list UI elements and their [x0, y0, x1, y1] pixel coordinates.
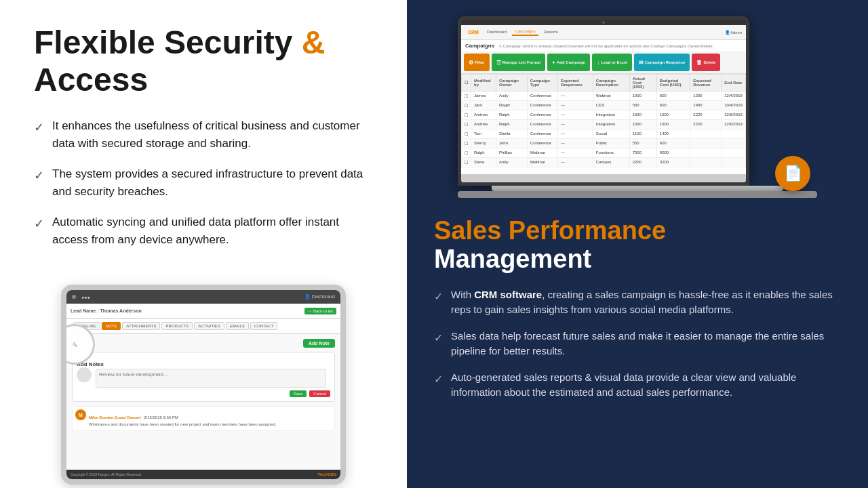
right-bullet-text-2: Sales data help forecast future sales an…	[451, 329, 841, 359]
right-bullet-text-1: With CRM software, creating a sales camp…	[451, 287, 841, 318]
tablet-back-btn[interactable]: ← Back to list	[304, 308, 336, 314]
talygen-logo: TALYGEN	[317, 472, 336, 476]
tablet-username: 👤 Dashboard	[304, 294, 335, 300]
tablet-footer: Copyright © 2019 Talygen. All Rights Res…	[66, 470, 340, 479]
laptop-area: CRM Dashboard Campaigns Reports 👤 Admin …	[407, 0, 868, 203]
col-modified-by[interactable]: Modified by	[471, 74, 496, 91]
checkmark-icon-3: ✓	[34, 215, 44, 233]
ampersand: &	[302, 24, 326, 60]
table-row: ☐RalphPhillipsWebinar—Functions75009000	[462, 148, 746, 157]
tab-emails[interactable]: EMAILS	[226, 322, 249, 330]
delete-icon: 🗑	[696, 60, 702, 66]
delete-label: Delete	[703, 60, 715, 64]
tablet-tab-nav: TIMELINE NOTE ATTACHMENTS PRODUCTS ACTIV…	[66, 319, 340, 333]
add-note-button[interactable]: Add Note	[303, 339, 335, 348]
col-expected-rev[interactable]: Expected Revenue	[690, 74, 722, 91]
tablet-nav: Lead Name : Thomas Anderson ← Back to li…	[66, 304, 340, 319]
right-bullet-list: ✓ With CRM software, creating a sales ca…	[434, 287, 841, 401]
excel-icon: ↓	[597, 60, 599, 66]
crm-bold: CRM software	[474, 289, 542, 300]
note-avatar	[77, 367, 92, 382]
toolbar-manage-btn[interactable]: ☰ Manage List Format	[492, 54, 546, 71]
laptop-toolbar: ⚙ Filter ☰ Manage List Format + Add Camp…	[461, 52, 746, 74]
list-icon: ☰	[496, 60, 501, 66]
left-panel: Flexible Security & Access ✓ It enhances…	[0, 0, 407, 488]
toolbar-excel-btn[interactable]: ↓ Lead to Excel	[592, 54, 632, 71]
tab-contact[interactable]: CONTACT	[250, 322, 278, 330]
table-container: ☐ Modified by Campaign Owner Campaign Ty…	[461, 74, 746, 167]
title-line1: Flexible Security &	[34, 24, 326, 60]
tab-attachments[interactable]: ATTACHMENTS	[122, 322, 160, 330]
bullet-item-2: ✓ The system provides a secured infrastr…	[34, 165, 373, 200]
excel-label: Lead to Excel	[601, 60, 627, 64]
col-description[interactable]: Campaign Description	[593, 74, 629, 91]
table-row: ☐TomSheilaConference—Social11001400	[462, 129, 746, 138]
bullet-text-1: It enhances the usefulness of critical b…	[52, 117, 373, 152]
checkmark-icon-2: ✓	[34, 167, 44, 185]
response-label: Campaign Response	[645, 60, 685, 64]
nav-dashboard[interactable]: Dashboard	[484, 28, 509, 35]
add-icon: +	[552, 60, 555, 66]
laptop-frame: CRM Dashboard Campaigns Reports 👤 Admin …	[458, 16, 749, 186]
right-bullet-1: ✓ With CRM software, creating a sales ca…	[434, 287, 841, 318]
response-icon: ✉	[639, 60, 644, 66]
right-panel: CRM Dashboard Campaigns Reports 👤 Admin …	[407, 0, 868, 488]
tab-note[interactable]: NOTE	[102, 322, 121, 330]
tablet-bar-text: ●●●	[81, 295, 90, 300]
right-bullet-text-3: Auto-generated sales reports & visual da…	[451, 370, 841, 401]
comment-author: Mike Gordon (Lead Owner)	[89, 415, 141, 420]
bullet-item-3: ✓ Automatic syncing and unified data pla…	[34, 214, 373, 248]
right-bullet-2: ✓ Sales data help forecast future sales …	[434, 329, 841, 359]
filter-label: Filter	[475, 60, 485, 64]
col-type[interactable]: Campaign Type	[527, 74, 557, 91]
tablet-mockup: ●●● 👤 Dashboard Lead Name : Thomas Ander…	[34, 285, 373, 485]
col-actual-cost[interactable]: Actual Cost (USD)	[629, 74, 656, 91]
bullet-text-2: The system provides a secured infrastruc…	[52, 165, 373, 200]
table-header-row: ☐ Modified by Campaign Owner Campaign Ty…	[462, 74, 746, 91]
tab-activities[interactable]: ACTIVITIES	[194, 322, 224, 330]
left-bullet-list: ✓ It enhances the usefulness of critical…	[34, 117, 373, 262]
right-text-content: Sales Performance Management ✓ With CRM …	[407, 203, 868, 488]
tablet-inner: ●●● 👤 Dashboard Lead Name : Thomas Ander…	[66, 290, 340, 479]
tab-products[interactable]: PRODUCTS	[161, 322, 193, 330]
title-line2: Access	[34, 62, 148, 98]
tablet-back-btn-container[interactable]: ← Back to list	[304, 308, 336, 314]
right-checkmark-1: ✓	[434, 289, 443, 305]
tablet-bar-dot	[72, 295, 76, 299]
orange-document-badge: 📄	[775, 156, 810, 191]
camera-dot	[602, 21, 605, 24]
note-input[interactable]: Review for future development...	[96, 369, 326, 388]
col-budgeted-cost[interactable]: Budgeted Cost (USD)	[656, 74, 690, 91]
col-end-date[interactable]: End Date	[722, 74, 746, 91]
table-row: ☐JackRogerConference—CES500600190010/4/2…	[462, 100, 746, 110]
tablet-footer-copyright: Copyright © 2019 Talygen. All Rights Res…	[71, 472, 142, 476]
tablet-frame: ●●● 👤 Dashboard Lead Name : Thomas Ander…	[61, 285, 346, 485]
add-label: Add Campaign	[557, 60, 585, 64]
comment-body: Mike Gordon (Lead Owner) 2/15/2019 8:36 …	[89, 409, 276, 427]
col-owner[interactable]: Campaign Owner	[496, 74, 528, 91]
bullet-item-1: ✓ It enhances the usefulness of critical…	[34, 117, 373, 152]
col-checkbox: ☐	[462, 74, 471, 91]
cancel-button[interactable]: Cancel	[309, 390, 330, 397]
toolbar-response-btn[interactable]: ✉ Campaign Response	[634, 54, 690, 71]
nav-reports[interactable]: Reports	[541, 28, 561, 35]
toolbar-add-btn[interactable]: + Add Campaign	[547, 54, 590, 71]
nav-right: 👤 Admin	[725, 30, 742, 35]
nav-campaigns[interactable]: Campaigns	[512, 28, 538, 36]
laptop-screen-header: CRM Dashboard Campaigns Reports 👤 Admin	[461, 25, 746, 40]
tablet-tabs: TIMELINE NOTE ATTACHMENTS PRODUCTS ACTIV…	[73, 322, 277, 330]
crm-logo: CRM	[465, 29, 481, 35]
right-section-title: Sales Performance Management	[434, 217, 841, 274]
col-responses[interactable]: Expected Responses	[557, 74, 593, 91]
right-checkmark-3: ✓	[434, 371, 443, 388]
toolbar-filter-btn[interactable]: ⚙ Filter	[464, 54, 490, 71]
laptop-title-bar: Campaigns ⚠ Campaign which is already cl…	[461, 40, 746, 52]
right-title-white: Management	[434, 245, 591, 273]
save-button[interactable]: Save	[290, 390, 307, 397]
table-row: ☐AndrewRalphConference—Integration156016…	[462, 110, 746, 119]
toolbar-delete-btn[interactable]: 🗑 Delete	[692, 54, 720, 71]
laptop-screen: CRM Dashboard Campaigns Reports 👤 Admin …	[461, 25, 746, 174]
laptop-foot	[458, 191, 817, 198]
right-title-orange: Sales Performance	[434, 216, 666, 245]
comment-author-line: Mike Gordon (Lead Owner) 2/15/2019 8:36 …	[89, 409, 276, 422]
